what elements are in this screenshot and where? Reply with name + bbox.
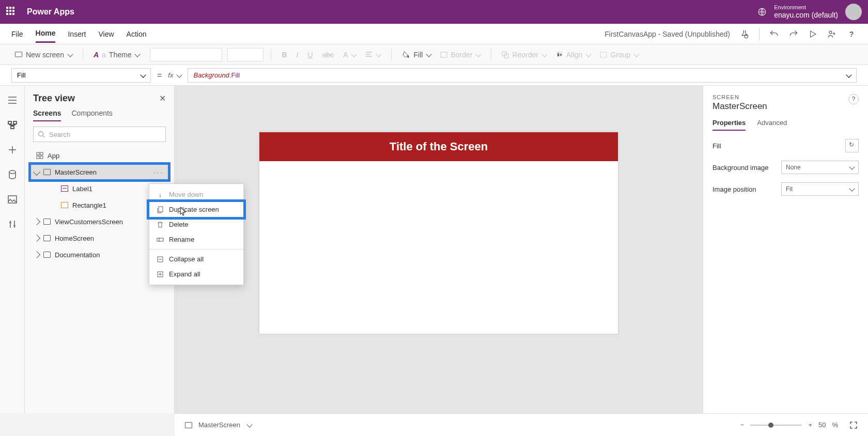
tab-advanced[interactable]: Advanced <box>757 119 787 131</box>
zoom-slider[interactable] <box>750 425 802 426</box>
app-canvas[interactable]: Title of the Screen <box>259 132 618 334</box>
properties-panel: SCREEN MasterScreen ? Properties Advance… <box>703 86 868 413</box>
tree-item-app[interactable]: App <box>30 147 169 164</box>
ctx-delete[interactable]: Delete <box>149 217 243 232</box>
fill-color-button[interactable] <box>845 139 859 152</box>
tree-view-icon[interactable] <box>7 120 18 130</box>
hamburger-icon[interactable] <box>7 95 18 105</box>
fill-button[interactable]: Fill <box>399 51 434 59</box>
text-align-button[interactable] <box>362 52 384 58</box>
tree-item-masterscreen[interactable]: MasterScreen ··· <box>30 164 169 180</box>
avatar[interactable] <box>845 4 862 20</box>
screen-title: MasterScreen <box>712 101 767 112</box>
menu-home[interactable]: Home <box>36 25 56 43</box>
tree-item-viewcustomers[interactable]: ViewCustomersScreen <box>30 213 169 230</box>
menu-action[interactable]: Action <box>127 26 147 42</box>
tree-search-input[interactable]: Search <box>33 127 166 142</box>
left-rail <box>0 86 25 413</box>
tab-components[interactable]: Components <box>71 109 112 121</box>
ctx-expand-all[interactable]: Expand all <box>149 267 243 282</box>
fit-to-screen-icon[interactable] <box>849 421 858 429</box>
tab-properties[interactable]: Properties <box>712 119 746 131</box>
screen-icon <box>43 219 51 225</box>
bold-button[interactable]: B <box>278 51 290 59</box>
screen-icon <box>43 235 51 241</box>
tab-screens[interactable]: Screens <box>33 109 61 121</box>
ctx-duplicate-screen[interactable]: Duplicate screen <box>149 202 243 217</box>
screen-icon <box>43 169 51 175</box>
reorder-button[interactable]: Reorder <box>499 51 550 59</box>
expand-caret-icon[interactable] <box>33 168 40 176</box>
imgpos-select[interactable]: Fit <box>781 182 859 196</box>
svg-rect-17 <box>40 156 43 159</box>
tree-item-documentation[interactable]: Documentation <box>30 246 169 263</box>
zoom-out-button[interactable]: − <box>740 421 745 429</box>
ctx-collapse-all[interactable]: Collapse all <box>149 252 243 267</box>
font-size-select[interactable] <box>227 48 264 61</box>
formula-input[interactable]: Background.Fill <box>188 68 857 83</box>
group-button[interactable]: Group <box>597 51 642 59</box>
play-icon[interactable] <box>808 29 817 39</box>
expand-icon <box>157 271 164 278</box>
underline-button[interactable]: U <box>304 51 316 59</box>
environment-picker[interactable]: Environment enayu.com (default) <box>774 4 838 20</box>
fx-icon[interactable]: fx <box>168 71 181 79</box>
info-icon[interactable]: ? <box>848 94 859 104</box>
expand-caret-icon[interactable] <box>33 218 40 225</box>
svg-rect-7 <box>600 52 607 57</box>
prop-label-bgimage: Background image <box>712 164 768 172</box>
chevron-down-icon[interactable] <box>246 422 252 427</box>
footer-screen-name[interactable]: MasterScreen <box>198 421 240 429</box>
strike-button[interactable]: abc <box>319 51 337 59</box>
prop-label-fill: Fill <box>712 142 721 150</box>
rename-icon <box>157 236 164 243</box>
tree-item-rectangle1[interactable]: Rectangle1 <box>30 197 169 213</box>
font-color-button[interactable]: A <box>340 51 359 59</box>
more-options-icon[interactable]: ··· <box>153 168 164 176</box>
insert-icon[interactable] <box>7 145 18 155</box>
collapse-icon <box>157 256 164 263</box>
media-icon[interactable] <box>7 194 18 205</box>
title-band[interactable]: Title of the Screen <box>259 132 618 161</box>
expand-caret-icon[interactable] <box>33 251 40 258</box>
align-button[interactable]: Align <box>553 51 594 59</box>
menubar: File Home Insert View Action FirstCanvas… <box>0 24 868 44</box>
equals-label: = <box>157 71 162 80</box>
help-icon[interactable]: ? <box>846 29 857 39</box>
svg-rect-14 <box>37 152 39 155</box>
data-icon[interactable] <box>7 169 18 180</box>
app-name: Power Apps <box>27 7 74 17</box>
main: Tree view ✕ Screens Components Search Ap… <box>0 86 868 413</box>
font-family-select[interactable] <box>150 48 222 61</box>
property-select[interactable]: Fill <box>11 68 151 83</box>
share-icon[interactable] <box>827 29 837 39</box>
bgimage-select[interactable]: None <box>781 161 859 174</box>
close-icon[interactable]: ✕ <box>159 94 166 103</box>
menu-view[interactable]: View <box>98 26 114 42</box>
waffle-icon[interactable] <box>6 7 17 17</box>
undo-icon[interactable] <box>769 29 779 39</box>
chevron-down-icon <box>849 164 855 169</box>
menu-file[interactable]: File <box>11 26 23 42</box>
svg-rect-18 <box>159 207 163 212</box>
context-menu: ↓ Move down Duplicate screen Delete Rena… <box>149 183 244 285</box>
checker-icon[interactable] <box>739 29 750 39</box>
menu-insert[interactable]: Insert <box>68 26 86 42</box>
expand-caret-icon[interactable] <box>33 235 40 242</box>
canvas-area: Title of the Screen <box>175 86 703 413</box>
new-screen-button[interactable]: New screen <box>11 51 75 59</box>
advanced-tools-icon[interactable] <box>7 219 18 229</box>
svg-rect-9 <box>13 121 17 124</box>
redo-icon[interactable] <box>788 29 799 39</box>
italic-button[interactable]: I <box>293 51 302 59</box>
chevron-down-icon <box>140 72 146 77</box>
ctx-move-down[interactable]: ↓ Move down <box>149 187 243 202</box>
chevron-down-icon <box>135 51 141 57</box>
tree-item-label1[interactable]: Label1 <box>30 180 169 197</box>
zoom-in-button[interactable]: + <box>808 421 812 429</box>
theme-button[interactable]: Aa Theme <box>90 51 143 59</box>
ctx-rename[interactable]: Rename <box>149 232 243 247</box>
border-button[interactable]: Border <box>437 51 484 59</box>
tree-item-homescreen[interactable]: HomeScreen <box>30 230 169 246</box>
app-status: FirstCanvasApp - Saved (Unpublished) <box>605 30 730 38</box>
